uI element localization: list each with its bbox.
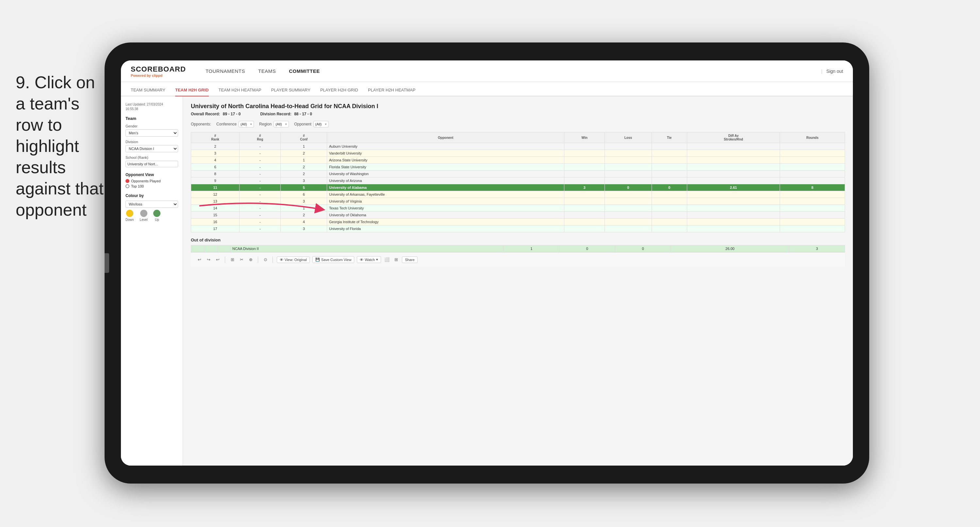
table-row[interactable]: 14-1Texas Tech University (191, 205, 845, 212)
nav-link-committee[interactable]: COMMITTEE (289, 68, 320, 74)
td-tie (652, 212, 687, 218)
th-win: Win (564, 132, 605, 143)
tab-team-summary[interactable]: TEAM SUMMARY (131, 88, 165, 96)
out-of-division-row[interactable]: NCAA Division II 1 0 0 26.00 3 (191, 245, 845, 252)
td-loss (605, 164, 652, 170)
td-loss (605, 150, 652, 157)
gender-select[interactable]: Men's (126, 129, 178, 137)
tab-team-h2h-grid[interactable]: TEAM H2H GRID (175, 88, 209, 96)
view-icon: 👁 (280, 258, 283, 262)
view-original-btn[interactable]: 👁 View: Original (277, 256, 310, 263)
region-filter-group: Region (All) (259, 121, 289, 127)
paste-icon[interactable]: ⊕ (247, 256, 254, 263)
table-row[interactable]: 8-2University of Washington (191, 170, 845, 177)
records-row: Overall Record: 89 - 17 - 0 Division Rec… (191, 112, 845, 116)
conference-select[interactable]: (All) (239, 121, 254, 127)
toolbar-icon-extra2[interactable]: ⊞ (393, 256, 399, 263)
toolbar-divider-3 (272, 256, 273, 263)
td-tie (652, 218, 687, 225)
table-row[interactable]: 12-6University of Arkansas, Fayetteville (191, 191, 845, 198)
table-row[interactable]: 2-1Auburn University (191, 143, 845, 150)
table-row[interactable]: 11-5University of Alabama3002.618 (191, 184, 845, 191)
nav-link-tournaments[interactable]: TOURNAMENTS (205, 68, 245, 74)
td-tie (652, 225, 687, 232)
td-loss (605, 212, 652, 218)
table-row[interactable]: 13-3University of Virginia (191, 198, 845, 205)
colour-by-select[interactable]: Win/loss (126, 201, 178, 208)
table-row[interactable]: 9-3University of Arizona (191, 177, 845, 184)
td-rounds (780, 143, 845, 150)
td-rank: 8 (191, 170, 240, 177)
td-win (564, 225, 605, 232)
td-reg: - (240, 143, 281, 150)
logo-text: SCOREBOARD (131, 65, 186, 73)
opponent-view-title: Opponent View (126, 172, 178, 177)
table-row[interactable]: 17-3University of Florida (191, 225, 845, 232)
legend-level: Level (140, 210, 148, 221)
opponents-played-radio[interactable]: Opponents Played (126, 179, 178, 183)
nav-left: SCOREBOARD Powered by clippd TOURNAMENTS… (131, 65, 320, 77)
td-win (564, 191, 605, 198)
region-select-wrap: (All) (274, 121, 289, 127)
td-win (564, 205, 605, 212)
td-diff (687, 191, 780, 198)
td-loss (605, 170, 652, 177)
save-custom-view-btn[interactable]: 💾 Save Custom View (312, 256, 355, 263)
table-row[interactable]: 15-2University of Oklahoma (191, 212, 845, 218)
share-btn[interactable]: Share (402, 256, 417, 263)
undo2-icon[interactable]: ↩ (214, 256, 221, 263)
division-select[interactable]: NCAA Division I (126, 145, 178, 152)
top100-radio[interactable]: Top 100 (126, 184, 178, 188)
undo-icon[interactable]: ↩ (196, 256, 203, 263)
opponent-select[interactable]: (All) (313, 121, 329, 127)
tab-player-h2h-heatmap[interactable]: PLAYER H2H HEATMAP (368, 88, 415, 96)
table-row[interactable]: 3-2Vanderbilt University (191, 150, 845, 157)
td-loss (605, 177, 652, 184)
td-loss (605, 198, 652, 205)
watch-btn[interactable]: 👁 Watch ▾ (357, 256, 381, 263)
td-rank: 2 (191, 143, 240, 150)
region-select[interactable]: (All) (274, 121, 289, 127)
logo-area: SCOREBOARD Powered by clippd (131, 65, 186, 77)
clock-icon[interactable]: ⊙ (262, 256, 269, 263)
nav-link-teams[interactable]: TEAMS (258, 68, 276, 74)
h2h-table: #Rank #Reg #Conf Opponent Win Loss Tie D… (191, 132, 845, 232)
conference-filter-group: Conference (All) (216, 121, 254, 127)
td-loss (605, 157, 652, 164)
filter-icon[interactable]: ⊞ (229, 256, 235, 263)
td-diff (687, 143, 780, 150)
right-panel: University of North Carolina Head-to-Hea… (183, 96, 853, 466)
td-loss (605, 191, 652, 198)
td-diff (687, 150, 780, 157)
th-tie: Tie (652, 132, 687, 143)
td-win (564, 212, 605, 218)
table-header-row: #Rank #Reg #Conf Opponent Win Loss Tie D… (191, 132, 845, 143)
redo-icon[interactable]: ↪ (205, 256, 212, 263)
td-win (564, 198, 605, 205)
td-tie: 0 (652, 184, 687, 191)
td-win (564, 143, 605, 150)
table-row[interactable]: 4-1Arizona State University (191, 157, 845, 164)
td-win (564, 157, 605, 164)
td-loss (605, 225, 652, 232)
td-loss (605, 143, 652, 150)
ood-division: NCAA Division II (231, 245, 504, 252)
table-row[interactable]: 6-2Florida State University (191, 164, 845, 170)
tab-player-summary[interactable]: PLAYER SUMMARY (271, 88, 310, 96)
td-diff: 2.61 (687, 184, 780, 191)
ood-conf (217, 245, 231, 252)
th-rank: #Rank (191, 132, 240, 143)
bottom-toolbar: ↩ ↪ ↩ ⊞ ✂ ⊕ ⊙ 👁 View: Original 💾 (191, 252, 845, 267)
tab-player-h2h-grid[interactable]: PLAYER H2H GRID (320, 88, 358, 96)
td-conf: 5 (281, 184, 327, 191)
division-record: Division Record: 88 - 17 - 0 (260, 112, 312, 116)
scissors-icon[interactable]: ✂ (238, 256, 245, 263)
legend-up: Up (153, 210, 161, 221)
td-conf: 6 (281, 191, 327, 198)
toolbar-divider-1 (225, 256, 225, 263)
table-row[interactable]: 16-4Georgia Institute of Technology (191, 218, 845, 225)
ood-loss: 0 (560, 245, 615, 252)
toolbar-icon-extra[interactable]: ⬜ (383, 256, 390, 263)
sign-out-link[interactable]: Sign out (826, 68, 843, 74)
tab-team-h2h-heatmap[interactable]: TEAM H2H HEATMAP (219, 88, 261, 96)
